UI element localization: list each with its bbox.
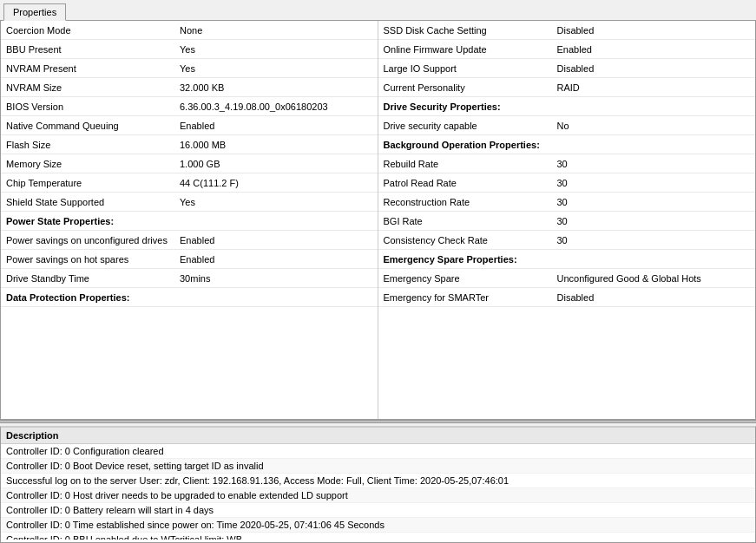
prop-label: Background Operation Properties: (384, 140, 557, 150)
prop-value: Enabled (180, 254, 372, 265)
prop-label: Shield State Supported (6, 197, 180, 207)
main-container: Properties Coercion ModeNoneBBU PresentY… (0, 0, 756, 543)
prop-label: Large IO Support (384, 63, 557, 74)
tab-bar: Properties (0, 0, 756, 21)
prop-value: Yes (180, 197, 372, 207)
prop-label: SSD Disk Cache Setting (384, 25, 557, 36)
prop-value: Disabled (557, 292, 751, 303)
props-grid: Coercion ModeNoneBBU PresentYesNVRAM Pre… (1, 21, 755, 419)
right-prop-row: Consistency Check Rate30 (378, 231, 756, 250)
right-prop-row: Drive Security Properties: (378, 97, 756, 116)
prop-value: Yes (180, 63, 372, 74)
prop-label: Drive security capable (384, 121, 557, 131)
left-prop-row: Drive Standby Time30mins (1, 269, 378, 288)
right-prop-row: Emergency SpareUnconfigured Good & Globa… (378, 269, 756, 288)
left-prop-row: Power savings on hot sparesEnabled (1, 250, 378, 269)
prop-value: 32.000 KB (180, 82, 372, 93)
prop-label: Emergency Spare (384, 273, 557, 284)
log-row: Controller ID: 0 Configuration cleared (1, 444, 755, 459)
prop-value: 30 (557, 216, 751, 226)
prop-label: Reconstruction Rate (384, 197, 557, 207)
left-prop-row: Data Protection Properties: (1, 288, 378, 307)
tab-properties[interactable]: Properties (3, 3, 66, 21)
right-prop-row: Emergency for SMARTerDisabled (378, 288, 756, 307)
right-prop-row: Patrol Read Rate30 (378, 173, 756, 193)
prop-value: 44 C(111.2 F) (180, 178, 372, 188)
props-right-col: SSD Disk Cache SettingDisabledOnline Fir… (378, 21, 756, 419)
prop-value: Yes (180, 44, 372, 55)
left-prop-row: Chip Temperature44 C(111.2 F) (1, 173, 378, 193)
left-prop-row: Power savings on unconfigured drivesEnab… (1, 231, 378, 250)
prop-value: 30 (557, 159, 751, 169)
prop-label: NVRAM Present (6, 63, 180, 74)
properties-panel: Coercion ModeNoneBBU PresentYesNVRAM Pre… (0, 21, 756, 420)
divider (0, 420, 756, 423)
prop-label: BGI Rate (384, 216, 557, 226)
prop-label: Consistency Check Rate (384, 235, 557, 245)
log-panel: Description Controller ID: 0 Configurati… (0, 426, 756, 543)
right-prop-row: BGI Rate30 (378, 212, 756, 231)
prop-value: No (557, 121, 751, 131)
prop-value: Enabled (180, 235, 372, 245)
prop-label: Drive Standby Time (6, 273, 180, 284)
right-prop-row: Rebuild Rate30 (378, 154, 756, 173)
log-content: Controller ID: 0 Configuration clearedCo… (1, 444, 755, 540)
prop-value: RAID (557, 82, 751, 93)
prop-label: Native Command Queuing (6, 121, 180, 131)
left-prop-row: NVRAM PresentYes (1, 59, 378, 78)
log-row: Controller ID: 0 BBU enabled due to WTcr… (1, 533, 755, 540)
prop-label: Rebuild Rate (384, 159, 557, 169)
log-header: Description (1, 428, 755, 444)
left-prop-row: Memory Size1.000 GB (1, 154, 378, 173)
prop-label: NVRAM Size (6, 82, 180, 93)
props-left-col: Coercion ModeNoneBBU PresentYesNVRAM Pre… (1, 21, 378, 419)
prop-label: Online Firmware Update (384, 44, 557, 55)
right-prop-row: Background Operation Properties: (378, 135, 756, 154)
left-prop-row: Flash Size16.000 MB (1, 135, 378, 154)
prop-label: Emergency for SMARTer (384, 292, 557, 303)
prop-label: Emergency Spare Properties: (384, 254, 557, 265)
prop-value: Disabled (557, 25, 751, 36)
prop-label: Patrol Read Rate (384, 178, 557, 188)
right-prop-row: Online Firmware UpdateEnabled (378, 40, 756, 59)
prop-value: Disabled (557, 63, 751, 74)
prop-label: Coercion Mode (6, 25, 180, 36)
prop-value: 6.36.00.3_4.19.08.00_0x06180203 (180, 101, 372, 112)
left-prop-row: Shield State SupportedYes (1, 193, 378, 212)
prop-label: BBU Present (6, 44, 180, 55)
right-prop-row: Drive security capableNo (378, 116, 756, 135)
left-prop-row: NVRAM Size32.000 KB (1, 78, 378, 97)
prop-label: Drive Security Properties: (384, 101, 557, 112)
left-prop-row: Native Command QueuingEnabled (1, 116, 378, 135)
log-row: Controller ID: 0 Host driver needs to be… (1, 488, 755, 503)
log-row: Controller ID: 0 Time established since … (1, 518, 755, 533)
log-row: Controller ID: 0 Battery relearn will st… (1, 503, 755, 518)
prop-value: 30 (557, 178, 751, 188)
left-prop-row: Power State Properties: (1, 212, 378, 231)
prop-label: Current Personality (384, 82, 557, 93)
prop-value: 30mins (180, 273, 372, 284)
prop-value: Unconfigured Good & Global Hots (557, 273, 751, 284)
prop-label: Power State Properties: (6, 216, 180, 226)
prop-value: Enabled (180, 121, 372, 131)
prop-label: Flash Size (6, 140, 180, 150)
prop-value: Enabled (557, 44, 751, 55)
left-prop-row: BIOS Version6.36.00.3_4.19.08.00_0x06180… (1, 97, 378, 116)
right-prop-row: Emergency Spare Properties: (378, 250, 756, 269)
left-prop-row: Coercion ModeNone (1, 21, 378, 40)
prop-value: 30 (557, 235, 751, 245)
right-prop-row: Large IO SupportDisabled (378, 59, 756, 78)
prop-value: 30 (557, 197, 751, 207)
right-prop-row: Reconstruction Rate30 (378, 193, 756, 212)
prop-value: 1.000 GB (180, 159, 372, 169)
right-prop-row: Current PersonalityRAID (378, 78, 756, 97)
prop-value: None (180, 25, 372, 36)
prop-label: Power savings on hot spares (6, 254, 180, 265)
log-row: Successful log on to the server User: zd… (1, 474, 755, 488)
prop-label: Chip Temperature (6, 178, 180, 188)
prop-label: BIOS Version (6, 101, 180, 112)
left-prop-row: BBU PresentYes (1, 40, 378, 59)
prop-value: 16.000 MB (180, 140, 372, 150)
log-row: Controller ID: 0 Boot Device reset, sett… (1, 459, 755, 474)
right-prop-row: SSD Disk Cache SettingDisabled (378, 21, 756, 40)
